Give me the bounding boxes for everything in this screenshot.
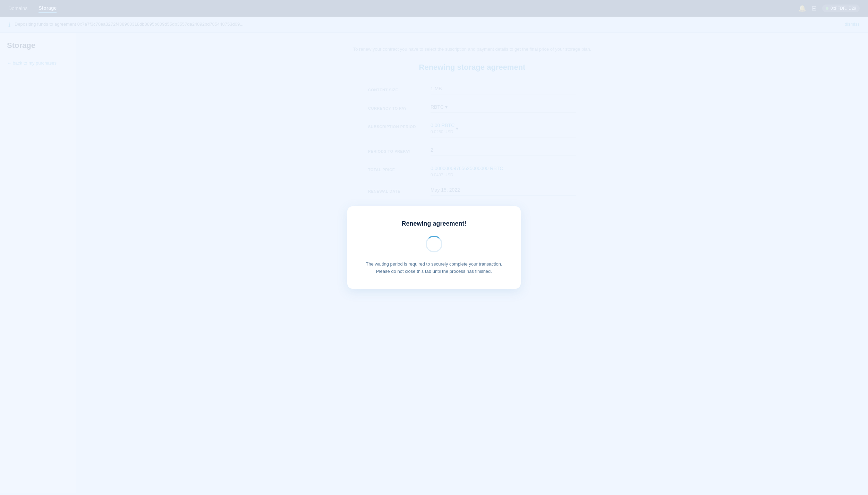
modal-overlay: Renewing agreement! The waiting period i… (0, 0, 868, 495)
modal-box: Renewing agreement! The waiting period i… (347, 206, 521, 289)
modal-title: Renewing agreement! (364, 220, 504, 227)
loading-spinner (426, 236, 442, 252)
modal-text: The waiting period is required to secure… (364, 261, 504, 275)
